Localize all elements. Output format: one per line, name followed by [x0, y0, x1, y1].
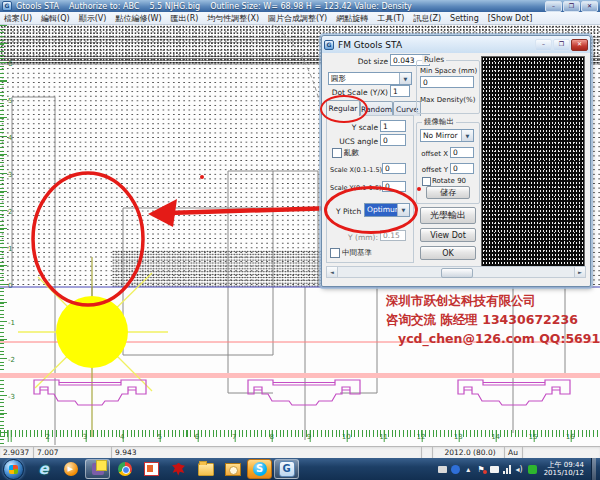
menu-item[interactable]: 點位編修(W) [115, 13, 161, 24]
ucs-angle-input[interactable] [380, 134, 406, 146]
network-bars-icon[interactable] [503, 465, 511, 474]
chevron-down-icon[interactable]: ▼ [399, 73, 411, 84]
center-base-checkbox-label: 中間基準 [342, 248, 372, 258]
menu-item[interactable]: 工具(T) [377, 13, 404, 24]
outlook-icon [225, 463, 241, 476]
status-coord-y: 7.007 [34, 447, 112, 458]
skype-icon: S [253, 462, 267, 476]
tab-regular[interactable]: Regular [326, 100, 360, 116]
offset-y-label: offset Y [420, 166, 448, 174]
dot-scale-input[interactable] [390, 85, 410, 97]
mirror-dropdown[interactable]: No Mirror ▼ [420, 129, 474, 142]
menu-item[interactable]: [Show Dot] [488, 14, 533, 23]
tray-expand-icon[interactable]: ▴ [464, 465, 473, 474]
random-checkbox-label: 亂數 [344, 148, 359, 158]
tab-random[interactable]: Random [360, 101, 393, 116]
windows-logo-icon [9, 465, 18, 474]
save-button[interactable]: 儲存 [426, 186, 470, 199]
status-empty [523, 447, 600, 458]
taskbar-icon-sticky-notes[interactable] [85, 459, 110, 479]
taskbar-icon-outlook[interactable] [220, 459, 245, 479]
red-mascot-icon [172, 463, 185, 476]
scroll-left-icon[interactable]: ◄ [327, 267, 338, 277]
start-button[interactable] [3, 459, 24, 480]
y-mm-label: Y (mm): [330, 233, 378, 242]
menu-item[interactable]: 網點旋轉 [336, 13, 368, 24]
dot-shape-dropdown[interactable]: 圓形 ▼ [328, 72, 412, 85]
clock-date: 2015/10/12 [544, 469, 584, 477]
taskbar-icon-explorer[interactable] [193, 459, 218, 479]
mirror-value: No Mirror [421, 130, 461, 141]
status-mode: Au [505, 447, 523, 458]
min-space-input[interactable] [420, 76, 474, 88]
y-pitch-value: Optimum [365, 204, 397, 216]
taskbar-icon-internet-explorer[interactable]: e [31, 459, 56, 479]
red-dot-mark [200, 175, 204, 179]
yellow-sun-marker [18, 257, 168, 437]
minimize-button[interactable]: – [545, 1, 562, 12]
menu-item[interactable]: 訊息(Z) [413, 13, 441, 24]
y-scale-input[interactable] [380, 120, 406, 132]
menu-item[interactable]: Setting [450, 14, 479, 23]
dialog-close-button[interactable]: ✕ [571, 39, 588, 51]
menu-item[interactable]: 圖片合成調整(Y) [268, 13, 327, 24]
random-checkbox[interactable] [332, 148, 342, 158]
show-desktop-button[interactable] [591, 458, 596, 480]
system-tray: ▴ ⚑ ◂) 上午 09:44 2015/10/12 [438, 458, 600, 480]
briefcase-icon[interactable] [438, 466, 447, 473]
taskbar-icon-media-player[interactable]: ▶ [58, 459, 83, 479]
menu-item[interactable]: 顯示(V) [79, 13, 107, 24]
ie-icon: e [38, 462, 48, 476]
view-dot-button[interactable]: View Dot [420, 228, 476, 242]
menu-item[interactable]: 編輯(Q) [41, 13, 70, 24]
menu-item[interactable]: 匯出(R) [171, 13, 199, 24]
shield-icon[interactable] [451, 465, 460, 474]
close-button[interactable]: ✕ [581, 1, 598, 12]
chevron-down-icon[interactable]: ▼ [397, 204, 409, 216]
taskbar-icon-powerpoint[interactable] [139, 459, 164, 479]
center-base-checkbox[interactable] [330, 248, 340, 258]
y-mm-input [380, 230, 406, 241]
menu-item[interactable]: 檔案(U) [4, 13, 32, 24]
scrollbar-thumb[interactable] [441, 268, 473, 278]
y-pitch-label: Y Pitch [336, 207, 361, 216]
outline-size-text: Outline Size: W= 68.98 H = 123.42 Value:… [210, 2, 412, 11]
watermark-email: ycd_chen@126.com QQ:569192379 [386, 329, 596, 348]
speaker-icon[interactable]: ◂) [515, 465, 524, 474]
menu-item[interactable]: 均勻性調整(X) [207, 13, 259, 24]
rotate-90-checkbox[interactable] [422, 177, 431, 186]
taskbar-icon-gtools[interactable]: G [274, 459, 299, 479]
action-center-flag-icon[interactable]: ⚑ [477, 465, 486, 474]
clock-time: 上午 09:44 [544, 461, 584, 469]
taskbar-clock[interactable]: 上午 09:44 2015/10/12 [541, 461, 587, 477]
y-pitch-dropdown[interactable]: Optimum ▼ [364, 203, 410, 217]
dot-preview-pane [481, 56, 585, 275]
taskbar-icon-skype[interactable]: S [247, 459, 272, 479]
scale-y-input[interactable] [382, 181, 406, 192]
status-zoom: 2012.0 (80.0) [433, 447, 505, 458]
mirror-group-label: 鏡像輸出 [422, 117, 456, 127]
status-spacer [422, 447, 433, 458]
optical-output-button[interactable]: 光學輸出 [420, 207, 476, 224]
dialog-horizontal-scrollbar[interactable]: ◄ ► [326, 266, 586, 278]
scale-x-input[interactable] [382, 163, 406, 174]
chevron-down-icon[interactable]: ▼ [461, 130, 473, 141]
y-scale-label: Y scale [330, 123, 378, 132]
taskbar-icon-red-mascot[interactable] [166, 459, 191, 479]
dot-scale-label: Dot Scale (Y/X) [324, 88, 388, 97]
offset-y-input[interactable] [450, 163, 474, 174]
dialog-maximize-button[interactable]: ❐ [553, 39, 570, 51]
dialog-titlebar[interactable]: G FM Gtools STA – ❐ ✕ [322, 36, 590, 53]
dialog-minimize-button[interactable]: – [535, 39, 552, 51]
scroll-right-icon[interactable]: ► [574, 267, 585, 277]
ok-button[interactable]: OK [420, 246, 476, 260]
connector-outline [458, 380, 570, 405]
red-circle-annotation [33, 173, 143, 305]
maximize-button[interactable]: ❐ [563, 1, 580, 12]
taskbar-icon-chrome[interactable] [112, 459, 137, 479]
usb-icon[interactable] [490, 466, 499, 473]
authorize-text: Authorize to: ABC [69, 2, 140, 11]
offset-x-input[interactable] [450, 147, 474, 158]
menu-bar: 檔案(U)編輯(Q)顯示(V)點位編修(W)匯出(R)均勻性調整(X)圖片合成調… [0, 12, 600, 25]
updates-icon[interactable] [528, 465, 537, 474]
